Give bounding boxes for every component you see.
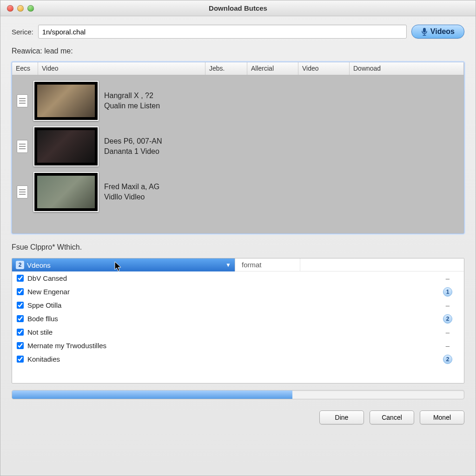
option-value: – [436, 342, 459, 350]
results-panel: Eecs Video Jebs. Allercial Video Downoad… [12, 62, 464, 234]
option-row[interactable]: Sppe Otilla – [12, 298, 464, 312]
results-label: Reawica: lead me: [12, 47, 464, 55]
option-checkbox[interactable] [17, 275, 24, 282]
option-value: – [436, 301, 459, 309]
option-row[interactable]: Bode fllus 2 [12, 312, 464, 325]
dropdown-count-badge: 2 [16, 261, 24, 269]
options-label: Fsue Clppro* Wthich. [12, 243, 464, 251]
option-label: Bode fllus [27, 315, 58, 323]
category-dropdown[interactable]: 2 Vdeons ▼ [12, 258, 235, 271]
titlebar: Download Butces [0, 0, 476, 16]
option-row[interactable]: Konitadies 2 [12, 352, 464, 366]
column-header[interactable]: Downoad [350, 62, 464, 75]
chevron-down-icon: ▼ [225, 262, 231, 268]
video-thumbnail[interactable] [33, 126, 99, 166]
options-header: 2 Vdeons ▼ format [12, 258, 464, 271]
app-window: Download Butces Serice: Videos Reawica: … [0, 0, 476, 476]
option-checkbox[interactable] [17, 342, 24, 349]
dine-button[interactable]: Dine [319, 410, 364, 424]
column-header[interactable]: Video [298, 62, 350, 75]
results-list: Hangrall X , ?2 Qualin me Listen Dees P6… [12, 75, 464, 233]
source-row: Serice: Videos [12, 25, 464, 39]
list-item[interactable]: Hangrall X , ?2 Qualin me Listen [12, 78, 464, 124]
videos-button[interactable]: Videos [411, 25, 464, 39]
source-input[interactable] [38, 25, 407, 39]
count-badge: 2 [443, 355, 452, 364]
option-checkbox[interactable] [17, 315, 24, 322]
video-title: Dees P6, 007-AN Dananta 1 Video [104, 133, 162, 159]
results-columns: Eecs Video Jebs. Allercial Video Downoad [12, 62, 464, 75]
column-header[interactable]: Allercial [247, 62, 298, 75]
option-value: 2 [436, 314, 459, 324]
option-label: Mernate my Trwodustilles [27, 342, 106, 350]
option-checkbox[interactable] [17, 288, 24, 295]
options-panel: 2 Vdeons ▼ format DbV Cansed – [12, 258, 464, 383]
count-badge: 1 [443, 287, 452, 297]
grip-icon[interactable] [17, 185, 28, 198]
video-title: Hangrall X , ?2 Qualin me Listen [104, 88, 160, 113]
window-body: Serice: Videos Reawica: lead me: Eecs Vi… [0, 16, 476, 476]
option-label: DbV Cansed [27, 274, 67, 282]
option-row[interactable]: Mernate my Trwodustilles – [12, 339, 464, 352]
option-row[interactable]: New Engenar 1 [12, 285, 464, 298]
footer-buttons: Dine Cancel Monel [12, 406, 464, 424]
svg-rect-0 [423, 28, 426, 33]
option-value: 2 [436, 355, 459, 364]
column-header[interactable]: Eecs [12, 62, 38, 75]
option-label: New Engenar [27, 288, 70, 296]
grip-icon[interactable] [17, 94, 28, 107]
video-thumbnail[interactable] [33, 172, 99, 212]
monel-button[interactable]: Monel [420, 410, 464, 424]
options-list: DbV Cansed – New Engenar 1 Sppe Otilla –… [12, 271, 464, 383]
column-header[interactable]: Jebs. [205, 62, 247, 75]
option-row[interactable]: Not stile – [12, 325, 464, 339]
option-value: – [436, 274, 459, 282]
count-badge: 2 [443, 314, 452, 324]
microphone-icon [421, 27, 428, 36]
option-value: 1 [436, 287, 459, 297]
option-label: Not stile [27, 328, 53, 336]
progress-bar [12, 390, 464, 399]
column-header[interactable]: Video [38, 62, 205, 75]
video-title: Fred Maxil a, AG Vidllo Vidleo [104, 179, 159, 205]
cancel-button[interactable]: Cancel [370, 410, 414, 424]
option-value: – [436, 328, 459, 336]
source-label: Serice: [12, 28, 33, 36]
option-checkbox[interactable] [17, 356, 24, 363]
list-item[interactable]: Dees P6, 007-AN Dananta 1 Video [12, 124, 464, 169]
option-label: Sppe Otilla [27, 301, 61, 309]
window-title: Download Butces [0, 4, 476, 12]
video-thumbnail[interactable] [33, 81, 99, 121]
option-checkbox[interactable] [17, 329, 24, 336]
option-label: Konitadies [27, 355, 60, 363]
progress-fill [12, 390, 292, 399]
format-header[interactable]: format [235, 258, 300, 271]
option-row[interactable]: DbV Cansed – [12, 271, 464, 285]
option-checkbox[interactable] [17, 302, 24, 309]
grip-icon[interactable] [17, 140, 28, 153]
list-item[interactable]: Fred Maxil a, AG Vidllo Vidleo [12, 169, 464, 215]
videos-button-label: Videos [430, 27, 455, 36]
dropdown-label: Vdeons [27, 261, 51, 269]
